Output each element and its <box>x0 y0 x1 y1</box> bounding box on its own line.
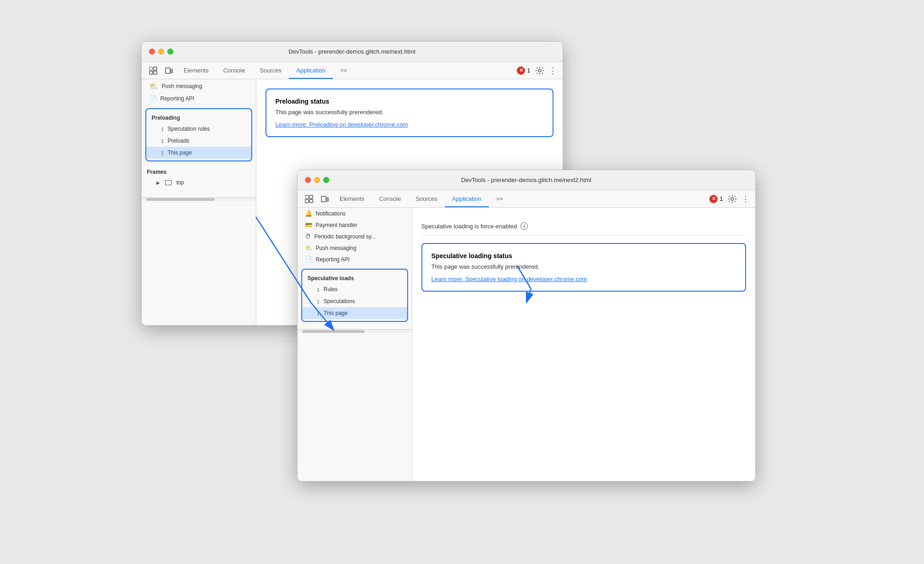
frames-label: Frames <box>142 165 256 177</box>
svg-rect-0 <box>149 67 153 70</box>
titlebar-2: DevTools - prerender-demos.glitch.me/nex… <box>298 170 755 190</box>
sidebar-item-this-page-2[interactable]: ↕ This page <box>302 307 407 319</box>
devtools-window-2: DevTools - prerender-demos.glitch.me/nex… <box>297 170 756 481</box>
arrows-icon-preloads: ↕ <box>161 137 164 144</box>
arrows-icon-rules: ↕ <box>317 286 320 293</box>
devtools-body-2: 🔔 Notifications 💳 Payment handler ⏱ Peri… <box>298 208 755 481</box>
preloading-learn-more-link[interactable]: Learn more: Preloading on developer.chro… <box>276 121 408 128</box>
sidebar-item-preloads[interactable]: ↕ Preloads <box>146 135 251 147</box>
speculative-loading-status-box: Speculative loading status This page was… <box>421 243 746 292</box>
error-indicator-2: ✕ 1 <box>709 195 723 203</box>
cloud-icon-1: ⛅ <box>149 82 158 90</box>
close-button-1[interactable] <box>149 49 155 55</box>
preloading-label: Preloading <box>146 111 251 123</box>
sidebar-1: ⛅ Push messaging 📄 Reporting API Preload… <box>142 79 256 325</box>
sidebar-scrollbar-thumb-1 <box>146 198 215 201</box>
svg-rect-1 <box>154 67 157 70</box>
tab-console-1[interactable]: Console <box>216 62 253 79</box>
frames-section: Frames ▶ top <box>142 165 256 188</box>
preloading-status-title: Preloading status <box>276 98 543 105</box>
document-icon-2: 📄 <box>305 256 312 263</box>
notifications-icon: 🔔 <box>305 210 312 217</box>
sidebar-scrollbar-thumb-2 <box>302 330 365 333</box>
svg-rect-12 <box>327 198 328 201</box>
device-icon[interactable] <box>161 62 177 79</box>
svg-point-13 <box>731 198 734 200</box>
preloading-status-box: Preloading status This page was successf… <box>266 88 553 137</box>
cloud-icon-2: ⛅ <box>305 244 312 251</box>
arrows-icon-this-page-2: ↕ <box>317 310 320 317</box>
sidebar-item-top[interactable]: ▶ top <box>142 177 256 188</box>
sidebar-item-speculation-rules[interactable]: ↕ Speculation rules <box>146 123 251 135</box>
sidebar-item-push-messaging-2[interactable]: ⛅ Push messaging <box>298 242 412 254</box>
svg-point-6 <box>538 69 541 72</box>
inspector-icon[interactable] <box>145 62 161 79</box>
svg-rect-9 <box>305 199 309 203</box>
svg-rect-10 <box>310 199 313 203</box>
minimize-button-1[interactable] <box>158 49 164 55</box>
sidebar-item-speculations[interactable]: ↕ Speculations <box>302 295 407 307</box>
preloading-section-box: Preloading ↕ Speculation rules ↕ Preload… <box>145 108 252 161</box>
settings-icon-1[interactable] <box>535 66 544 75</box>
svg-rect-11 <box>321 196 326 202</box>
more-icon-2[interactable]: ⋮ <box>741 194 750 204</box>
arrows-icon-this-page-1: ↕ <box>161 149 164 156</box>
titlebar-1: DevTools - prerender-demos.glitch.me/nex… <box>142 42 563 62</box>
main-content-2: Speculative loading is force-enabled i S… <box>412 208 755 481</box>
settings-icon-2[interactable] <box>728 194 737 204</box>
tab-elements-1[interactable]: Elements <box>177 62 216 79</box>
tab-console-2[interactable]: Console <box>372 190 409 207</box>
tab-more-1[interactable]: >> <box>333 62 354 79</box>
window-title-2: DevTools - prerender-demos.glitch.me/nex… <box>461 177 592 183</box>
force-enabled-row: Speculative loading is force-enabled i <box>421 217 746 236</box>
sidebar-item-this-page-1[interactable]: ↕ This page <box>146 147 251 159</box>
device-icon-2[interactable] <box>317 190 332 207</box>
sidebar-item-notifications[interactable]: 🔔 Notifications <box>298 208 412 219</box>
clock-icon: ⏱ <box>305 233 311 240</box>
sidebar-2: 🔔 Notifications 💳 Payment handler ⏱ Peri… <box>298 208 412 481</box>
more-icon-1[interactable]: ⋮ <box>549 66 557 76</box>
traffic-lights-1 <box>142 49 173 55</box>
sidebar-item-rules[interactable]: ↕ Rules <box>302 283 407 295</box>
frame-icon-top <box>165 180 172 185</box>
error-x-icon: ✕ <box>517 66 525 75</box>
spec-loading-learn-more-link[interactable]: Learn more: Speculative loading on devel… <box>432 276 587 282</box>
maximize-button-1[interactable] <box>167 49 173 55</box>
svg-rect-8 <box>310 195 313 199</box>
tab-elements-2[interactable]: Elements <box>332 190 372 207</box>
tabbar-right-2: ✕ 1 ⋮ <box>709 190 755 207</box>
tab-more-2[interactable]: >> <box>489 190 510 207</box>
svg-rect-3 <box>154 71 157 74</box>
maximize-button-2[interactable] <box>323 177 329 183</box>
preloading-status-text: This page was successfully prerendered. <box>276 109 543 116</box>
tab-sources-1[interactable]: Sources <box>252 62 289 79</box>
spec-loading-status-text: This page was successfully prerendered. <box>432 263 736 270</box>
speculative-loads-section-box: Speculative loads ↕ Rules ↕ Speculations… <box>301 269 408 322</box>
sidebar-item-payment-handler[interactable]: 💳 Payment handler <box>298 219 412 231</box>
traffic-lights-2 <box>298 177 329 183</box>
sidebar-item-reporting-api-2[interactable]: 📄 Reporting API <box>298 254 412 265</box>
close-button-2[interactable] <box>305 177 311 183</box>
sidebar-item-periodic-bg-sync[interactable]: ⏱ Periodic background sy... <box>298 231 412 242</box>
spec-loading-status-title: Speculative loading status <box>432 252 736 260</box>
info-icon[interactable]: i <box>520 222 528 230</box>
sidebar-scrollbar-1[interactable] <box>142 197 256 201</box>
sidebar-scrollbar-2[interactable] <box>298 329 412 333</box>
tabbar-right-1: ✕ 1 ⋮ <box>517 62 562 79</box>
arrows-icon-speculation: ↕ <box>161 125 164 133</box>
error-indicator-1: ✕ 1 <box>517 66 530 75</box>
arrows-icon-speculations: ↕ <box>317 298 320 305</box>
minimize-button-2[interactable] <box>314 177 320 183</box>
inspector-icon-2[interactable] <box>301 190 317 207</box>
document-icon-1: 📄 <box>149 95 157 102</box>
svg-rect-7 <box>305 195 309 199</box>
tab-application-2[interactable]: Application <box>445 190 489 207</box>
sidebar-item-reporting-api-1[interactable]: 📄 Reporting API <box>142 93 256 105</box>
sidebar-item-push-messaging-1[interactable]: ⛅ Push messaging <box>142 79 256 93</box>
tab-sources-2[interactable]: Sources <box>408 190 445 207</box>
tabbar-1: Elements Console Sources Application >> … <box>142 62 563 79</box>
chevron-icon-top: ▶ <box>156 180 160 185</box>
svg-rect-4 <box>166 68 170 73</box>
svg-rect-5 <box>171 69 172 73</box>
tab-application-1[interactable]: Application <box>289 62 333 79</box>
